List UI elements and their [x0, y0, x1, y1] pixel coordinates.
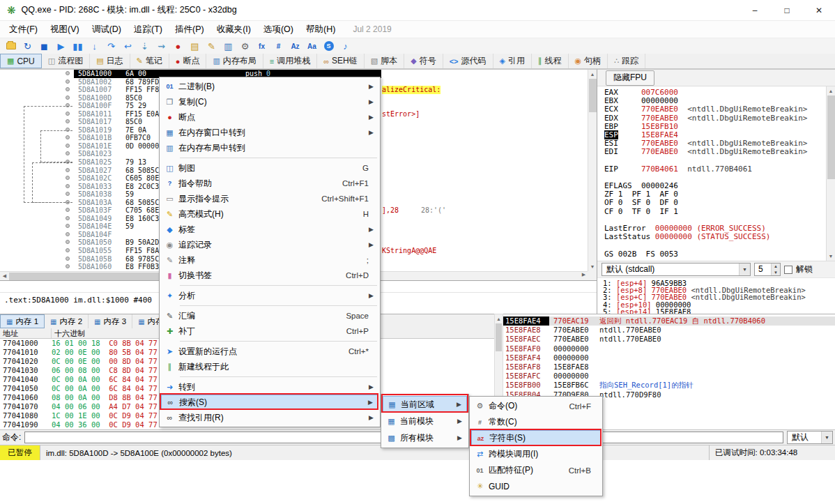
stack-row[interactable]: 15E8FAF000000000 [503, 344, 835, 353]
stepper-buttons[interactable]: ▲▼ [771, 264, 780, 275]
tab-trace[interactable]: ∴跟踪 [608, 54, 645, 68]
register-row[interactable]: GS 002B FS 0053 [604, 250, 826, 259]
record-button[interactable]: ● [170, 39, 186, 54]
menu-item-assemble[interactable]: ✎汇编Space [161, 308, 378, 323]
scroll-down-icon[interactable]: ▼ [827, 252, 835, 261]
menu-item-label[interactable]: ◆标签▶ [161, 222, 378, 237]
chevron-down-icon[interactable]: ▼ [739, 264, 750, 275]
submenu-item-current-region[interactable]: ▦当前区域▶ [383, 396, 467, 413]
scrollbar-thumb[interactable] [827, 96, 835, 179]
register-row[interactable]: CF 0 TF 0 IF 1 [604, 208, 826, 216]
menu-item-graph[interactable]: ◫制图G [161, 160, 378, 176]
trace-over-button[interactable]: ⇝ [153, 39, 169, 54]
trace-into-button[interactable]: ⇣ [137, 39, 153, 54]
chevron-down-icon[interactable]: ▼ [821, 432, 832, 443]
tab-references[interactable]: ◈引用 [493, 54, 532, 68]
execute-till-return-button[interactable]: ↩ [120, 39, 136, 54]
scroll-down-icon[interactable]: ▼ [588, 262, 597, 271]
breakpoint-dot[interactable] [66, 216, 70, 220]
breakpoint-dot[interactable] [66, 240, 70, 244]
tab-memory-map[interactable]: ▥内存布局 [206, 54, 263, 68]
tab-dump1[interactable]: ▦内存 1 [0, 314, 45, 328]
menu-item-toggle-bookmark[interactable]: ▮切换书签Ctrl+D [161, 268, 378, 283]
menu-item-trace-record[interactable]: ◉追踪记录▶ [161, 237, 378, 252]
menu-item-patch[interactable]: ✚补丁Ctrl+P [161, 323, 378, 339]
menu-item-set-new-origin[interactable]: ➤设置新的运行点Ctrl+* [161, 344, 378, 359]
tab-log[interactable]: ▤日志 [90, 54, 130, 68]
menubar-item[interactable]: 追踪(T) [128, 22, 169, 38]
submenu-item-all-modules[interactable]: ▩所有模块▶ [383, 429, 467, 446]
breakpoint-dot[interactable] [66, 224, 70, 228]
scroll-up-icon[interactable]: ▲ [827, 86, 835, 96]
menu-item-highlight-mode[interactable]: ✎高亮模式(H)H [161, 206, 378, 222]
unlock-checkbox[interactable] [784, 266, 792, 274]
menubar-item[interactable]: 插件(P) [169, 22, 210, 38]
breakpoint-dot[interactable] [66, 87, 70, 91]
menubar-item[interactable]: 收藏夹(I) [210, 22, 257, 38]
menu-item-find-references[interactable]: ∞查找引用(R)▶ [161, 410, 378, 425]
stack-row[interactable]: 15E8FB0015E8FB6C指向SEH_Record[1]的指针 [503, 381, 835, 390]
case-aa-button[interactable]: Aa [304, 39, 320, 54]
menu-item-breakpoint[interactable]: ●断点▶ [161, 109, 378, 125]
menu-item-copy[interactable]: ❐复制(C)▶ [161, 94, 378, 109]
tab-breakpoints[interactable]: ●断点 [169, 54, 207, 68]
breakpoint-dot[interactable] [66, 264, 70, 268]
command-profile-select[interactable]: 默认 ▼ [787, 431, 833, 444]
tab-graph[interactable]: ◫流程图 [42, 54, 90, 68]
scrollbar-thumb[interactable] [496, 323, 502, 351]
tab-notes[interactable]: ✎笔记 [130, 54, 169, 68]
case-az-button[interactable]: Az [287, 39, 303, 54]
settings-button[interactable]: ⚙ [237, 39, 253, 54]
registers-scrollbar[interactable]: ▲ ▼ [826, 86, 835, 261]
menu-item-search[interactable]: ∞搜索(S)▶ [161, 395, 378, 410]
scylla-button[interactable]: S [321, 39, 337, 54]
breakpoint-dot[interactable] [66, 248, 70, 252]
menu-item-goto[interactable]: ➜转到▶ [161, 379, 378, 395]
memory-map-toolbar-button[interactable]: ▥ [220, 39, 236, 54]
submenu-item-guid[interactable]: ✳GUID [471, 478, 601, 494]
tab-handles[interactable]: ◉句柄 [569, 54, 608, 68]
close-process-button[interactable]: ◼ [36, 39, 52, 54]
scroll-up-icon[interactable]: ▲ [588, 70, 597, 79]
speaker-button[interactable]: ♪ [337, 39, 353, 54]
hide-fpu-button[interactable]: 隐藏FPU [606, 70, 654, 86]
run-button[interactable]: ▶ [53, 39, 69, 54]
tab-source[interactable]: <>源代码 [443, 54, 493, 68]
calling-convention-select[interactable]: 默认 (stdcall) ▼ [602, 263, 751, 276]
tab-call-stack[interactable]: ≡调用堆栈 [263, 54, 317, 68]
menu-item-show-mnemonic-brief[interactable]: ▭显示指令提示Ctrl+Shift+F1 [161, 191, 378, 206]
notes-toolbar-button[interactable]: ✎ [204, 39, 220, 54]
breakpoint-dot[interactable] [66, 232, 70, 236]
menu-item-comment[interactable]: ✎注释; [161, 252, 378, 268]
menubar-item[interactable]: 调试(D) [86, 22, 128, 38]
breakpoint-dot[interactable] [66, 96, 70, 100]
register-row[interactable]: EIP 770B4061 ntdll.770B4061 [604, 165, 826, 174]
restart-button[interactable]: ↻ [20, 39, 36, 54]
submenu-item-intermodular-calls[interactable]: ⇄跨模块调用(I) [471, 446, 601, 462]
submenu-item-string-references[interactable]: az字符串(S) [471, 430, 601, 446]
tab-script[interactable]: ▧脚本 [365, 54, 404, 68]
stack-row[interactable]: 15E8FAE4770EAC19返回到 ntdll.770EAC19 自 ntd… [503, 316, 835, 326]
menu-item-analysis[interactable]: ✦分析▶ [161, 288, 378, 303]
register-row[interactable]: EDI 770EABE0 <ntdll.DbgUiRemoteBreakin> [604, 148, 826, 156]
menubar-item[interactable]: 帮助(H) [300, 22, 342, 38]
tab-dump2[interactable]: ▦内存 2 [45, 314, 89, 328]
breakpoint-dot[interactable] [66, 208, 70, 212]
disasm-vertical-scrollbar[interactable]: ▲ ▼ [588, 70, 597, 271]
stack-row[interactable]: 15E8FAFC00000000 [503, 372, 835, 381]
scrollbar-thumb[interactable] [589, 79, 597, 112]
scrollbar-thumb[interactable] [9, 273, 169, 280]
stepper-up-icon[interactable]: ▲ [772, 264, 780, 270]
menu-item-follow-in-dump[interactable]: ▦在内存窗口中转到▶ [161, 125, 378, 140]
minimize-button[interactable]: – [739, 0, 771, 21]
menu-item-new-thread-here[interactable]: ∥新建线程于此 [161, 359, 378, 374]
menubar-item[interactable]: 文件(F) [3, 22, 44, 38]
pause-button[interactable]: ▮▮ [70, 39, 86, 54]
tab-cpu[interactable]: ▦CPU [0, 54, 42, 68]
breakpoint-dot[interactable] [66, 257, 70, 261]
maximize-button[interactable]: □ [771, 0, 803, 21]
stack-row[interactable]: 15E8FAE8770EABE0ntdll.770EABE0 [503, 326, 835, 335]
submenu-item-current-module[interactable]: ▦当前模块▶ [383, 413, 467, 429]
scroll-up-icon[interactable]: ▲ [495, 314, 503, 323]
tab-symbols[interactable]: ◆符号 [404, 54, 443, 68]
